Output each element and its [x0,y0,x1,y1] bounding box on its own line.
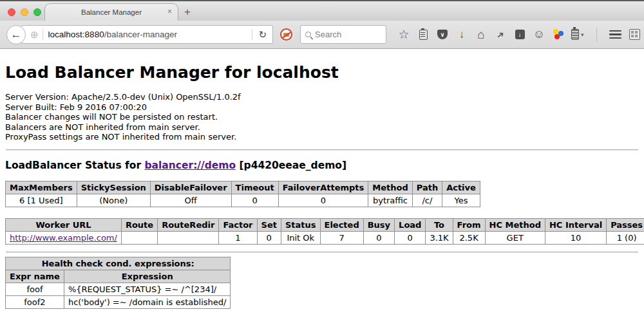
col-load: Load [395,218,426,231]
clipboard-icon [419,30,428,40]
balancer-demo-link[interactable]: balancer://demo [144,160,236,171]
routeredir-value [158,231,219,244]
table-title-row: Health check cond. expressions: [6,257,231,270]
browser-window: Balancer Manager × + ← ⊕ localhost:8880/… [0,0,644,316]
plugin-blocked-icon[interactable] [280,28,292,41]
expr-name-value: foof2 [6,295,64,308]
table-row: 6 [1 Used] (None) Off 0 0 bytraffic /c/ … [6,194,480,207]
battery-extension-button[interactable]: ▾ [571,29,584,40]
health-check-table: Health check cond. expressions: Expr nam… [5,257,231,309]
new-tab-button[interactable]: + [184,6,191,19]
col-route: Route [121,218,157,231]
disablefailover-value: Off [150,194,231,207]
colored-dots-icon [553,29,564,40]
table-header-row: Worker URL Route RouteRedir Factor Set S… [6,218,644,231]
persist-notice-line: Balancer changes will NOT be persisted o… [5,112,639,122]
set-value: 0 [257,231,281,244]
status-prefix: LoadBalancer Status for [5,160,144,171]
method-value: bytraffic [368,194,412,207]
url-bar-divider [43,29,43,40]
page-grid-button[interactable] [629,28,641,42]
expression-value: hc('body') =~ /domain is established/ [64,295,231,308]
extension-dots-icon[interactable] [552,28,565,42]
window-controls [8,8,41,16]
paper-plane-icon: ➔ [494,28,506,41]
server-info: Server Version: Apache/2.5.0-dev (Unix) … [5,92,639,142]
stickysession-value: (None) [77,194,150,207]
worker-status-table: Worker URL Route RouteRedir Factor Set S… [5,218,644,245]
url-path: /balancer-manager [104,30,177,39]
boxed-arrow-icon: ↓ [515,30,525,39]
expr-name-value: foof [6,283,64,295]
col-passes: Passes [607,218,644,231]
balancer-settings-table: MaxMembers StickySession DisableFailover… [5,181,480,207]
col-timeout: Timeout [231,181,278,194]
url-bar[interactable]: ⊕ localhost:8880/balancer-manager ↻ [15,25,273,44]
status-suffix: [p4420eeae_demo] [236,160,346,171]
chevron-down-icon: ▾ [581,32,584,38]
col-routeredir: RouteRedir [158,218,219,231]
reload-button[interactable]: ↻ [252,29,272,40]
toolbar-divider [596,28,597,42]
navigation-toolbar: ← ⊕ localhost:8880/balancer-manager ↻ ☆ … [0,21,644,49]
url-domain: localhost:8880 [48,30,104,39]
back-arrow-icon: ← [11,28,22,41]
col-set: Set [257,218,281,231]
menu-button[interactable] [609,28,622,42]
page-title: Load Balancer Manager for localhost [5,63,639,82]
route-value [121,231,157,244]
col-expression: Expression [64,270,231,283]
col-method: Method [368,181,412,194]
path-value: /c/ [412,194,442,207]
hamburger-icon [609,30,621,39]
feedback-smiley-icon[interactable]: ☺ [533,28,545,42]
col-stickysession: StickySession [77,181,150,194]
battery-icon [571,29,579,40]
search-input[interactable] [315,30,379,39]
col-path: Path [412,181,442,194]
table-row: http://www.example.com/ 1 0 Init Ok 7 0 … [6,231,644,244]
table-header-row: Expr name Expression [6,270,231,283]
bookmark-star-icon[interactable]: ☆ [397,28,410,42]
loadbalancer-status-heading: LoadBalancer Status for balancer://demo … [5,160,639,171]
active-value: Yes [442,194,480,207]
factor-value: 1 [219,231,257,244]
tab-close-icon[interactable]: × [167,8,172,15]
timeout-value: 0 [231,194,278,207]
grid-icon [629,29,640,40]
col-maxmembers: MaxMembers [6,181,77,194]
col-expr-name: Expr name [6,270,64,283]
section-divider [6,149,638,151]
globe-icon: ⊕ [30,29,39,41]
col-worker-url: Worker URL [6,218,122,231]
col-factor: Factor [219,218,257,231]
status-value: Init Ok [281,231,320,244]
url-text[interactable]: localhost:8880/balancer-manager [48,30,252,39]
addon-download-icon[interactable]: ↓ [513,28,526,42]
send-tab-icon[interactable]: ➔ [494,28,507,42]
busy-value: 0 [363,231,394,244]
worker-url-cell: http://www.example.com/ [6,231,122,244]
pocket-icon[interactable]: ∨ [436,28,449,42]
col-failoverattempts: FailoverAttempts [278,181,368,194]
load-value: 0 [395,231,426,244]
reading-list-icon[interactable] [417,28,430,42]
passes-value: 1 (0) [607,231,644,244]
minimize-window-button[interactable] [21,8,28,16]
back-button[interactable]: ← [6,25,26,44]
col-active: Active [442,181,480,194]
col-status: Status [281,218,320,231]
downloads-icon[interactable]: ↓ [455,28,468,42]
browser-tab[interactable]: Balancer Manager × [44,3,178,21]
search-icon [305,32,311,37]
col-disablefailover: DisableFailover [150,181,231,194]
table-row: foof2 hc('body') =~ /domain is establish… [6,295,231,308]
server-built-line: Server Built: Feb 9 2016 07:00:20 [5,102,639,113]
zoom-window-button[interactable] [33,8,41,16]
search-bar[interactable] [300,25,386,44]
page-content: Load Balancer Manager for localhost Serv… [0,49,644,316]
home-icon[interactable]: ⌂ [475,28,488,42]
col-hc-interval: HC Interval [545,218,606,231]
worker-url-link[interactable]: http://www.example.com/ [10,233,117,243]
close-window-button[interactable] [8,8,15,16]
